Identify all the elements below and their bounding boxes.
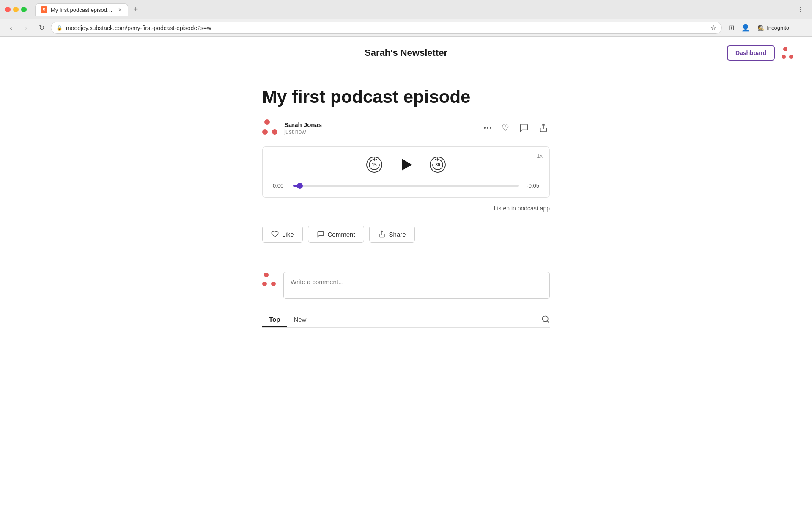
like-heart-icon (271, 230, 279, 238)
listen-link-container: Listen in podcast app (262, 204, 550, 212)
back-icon: ‹ (10, 24, 12, 32)
comment-icon-button[interactable] (518, 121, 530, 134)
new-tab-button[interactable]: + (130, 4, 142, 16)
forward-icon: › (25, 24, 27, 32)
browser-chrome: S My first podcast episode - by S × + ⋮ … (0, 0, 812, 37)
browser-menu-icon: ⋮ (798, 24, 804, 32)
header-right: Dashboard (727, 45, 795, 61)
extensions-icon: ⊞ (729, 24, 734, 32)
play-button[interactable] (397, 155, 415, 174)
author-text: Sarah Jonas just now (284, 121, 322, 135)
comment-input[interactable] (283, 272, 550, 299)
author-name[interactable]: Sarah Jonas (284, 121, 322, 128)
progress-track[interactable] (293, 185, 519, 187)
tab-favicon: S (41, 6, 47, 13)
progress-bar-container: 0:00 -0:05 (273, 182, 539, 189)
like-icon-button[interactable]: ♡ (500, 121, 511, 135)
avatar-dot-top (783, 47, 787, 51)
author-time: just now (284, 128, 322, 135)
author-avatar[interactable] (262, 119, 279, 136)
incognito-label: Incognito (767, 25, 789, 31)
tab-close-button[interactable]: × (118, 6, 123, 13)
site-title: Sarah's Newsletter (365, 47, 447, 58)
forward-30-button[interactable]: 30 (429, 156, 447, 174)
article-title: My first podcast episode (262, 86, 550, 108)
avatar-dot-left (782, 55, 786, 59)
rewind-15-icon: 15 (365, 156, 383, 174)
svg-line-7 (547, 321, 549, 323)
active-tab[interactable]: S My first podcast episode - by S × (35, 3, 128, 16)
address-bar[interactable]: 🔒 moodjoy.substack.com/p/my-first-podcas… (51, 22, 722, 34)
browser-menu-button[interactable]: ⋮ (795, 22, 807, 34)
forward-button[interactable]: › (20, 22, 32, 34)
incognito-icon: 🕵️ (757, 25, 764, 31)
like-button[interactable]: Like (262, 226, 303, 243)
author-info: Sarah Jonas just now (262, 119, 322, 136)
profile-button[interactable]: 👤 (740, 22, 752, 34)
play-icon (402, 159, 412, 171)
maximize-window-button[interactable] (21, 7, 27, 12)
site-header: Sarah's Newsletter Dashboard (0, 37, 812, 69)
url-text: moodjoy.substack.com/p/my-first-podcast-… (66, 25, 707, 31)
svg-text:30: 30 (435, 163, 440, 167)
browser-toolbar: ‹ › ↻ 🔒 moodjoy.substack.com/p/my-first-… (0, 19, 812, 36)
forward-30-icon: 30 (429, 156, 447, 174)
author-avatar-dot3 (272, 129, 277, 135)
comment-icon (317, 230, 324, 238)
playback-speed[interactable]: 1x (537, 153, 543, 159)
listen-in-podcast-app-link[interactable]: Listen in podcast app (494, 205, 550, 212)
page-content: Sarah's Newsletter Dashboard My first po… (0, 37, 812, 507)
tab-bar: S My first podcast episode - by S × + (30, 3, 147, 16)
like-label: Like (282, 231, 294, 238)
window-controls (5, 7, 27, 12)
tab-title: My first podcast episode - by S (51, 7, 114, 13)
dashboard-button[interactable]: Dashboard (727, 45, 775, 61)
comment-label: Comment (328, 231, 355, 238)
reload-button[interactable]: ↻ (36, 22, 47, 34)
search-icon (541, 315, 550, 323)
comment-button[interactable]: Comment (308, 226, 364, 243)
more-options-icon (484, 127, 491, 129)
post-actions: Like Comment Share (262, 226, 550, 243)
commenter-dot1 (264, 273, 269, 277)
commenter-dot2 (262, 282, 267, 286)
svg-point-6 (543, 316, 548, 321)
comments-tabs: Top New (262, 312, 550, 328)
article-container: My first podcast episode Sarah Jonas jus… (254, 86, 558, 328)
comment-section: Top New (262, 260, 550, 328)
current-time: 0:00 (273, 182, 288, 189)
share-label: Share (389, 231, 406, 238)
author-avatar-dot1 (264, 119, 270, 125)
browser-titlebar: S My first podcast episode - by S × + ⋮ (0, 0, 812, 19)
reload-icon: ↻ (39, 24, 44, 32)
window-menu-button[interactable]: ⋮ (793, 4, 807, 15)
extensions-button[interactable]: ⊞ (725, 22, 737, 34)
share-icon (378, 230, 386, 238)
bookmark-icon[interactable]: ☆ (710, 24, 716, 32)
heart-icon: ♡ (502, 123, 509, 133)
tab-top[interactable]: Top (262, 312, 287, 327)
rewind-15-button[interactable]: 15 (365, 156, 383, 174)
comment-bubble-icon (519, 123, 529, 133)
lock-icon: 🔒 (56, 25, 63, 31)
audio-player: 1x 15 (262, 146, 550, 198)
commenter-dot3 (271, 282, 276, 286)
close-window-button[interactable] (5, 7, 11, 12)
progress-thumb[interactable] (297, 183, 303, 189)
share-icon-button[interactable] (537, 121, 550, 134)
back-button[interactable]: ‹ (5, 22, 17, 34)
commenter-avatar (262, 273, 277, 288)
more-options-button[interactable] (482, 125, 493, 130)
player-controls: 15 30 (273, 155, 539, 174)
article-action-icons: ♡ (482, 121, 550, 135)
share-button[interactable]: Share (369, 226, 415, 243)
incognito-indicator: 🕵️ Incognito (754, 23, 793, 33)
author-avatar-dot2 (262, 129, 268, 135)
comment-search-button[interactable] (541, 315, 550, 325)
avatar-dot-right (789, 55, 793, 59)
share-upload-icon (539, 123, 548, 133)
tab-new[interactable]: New (287, 312, 313, 327)
svg-text:15: 15 (372, 163, 377, 167)
minimize-window-button[interactable] (13, 7, 19, 12)
user-avatar-button[interactable] (780, 45, 795, 61)
